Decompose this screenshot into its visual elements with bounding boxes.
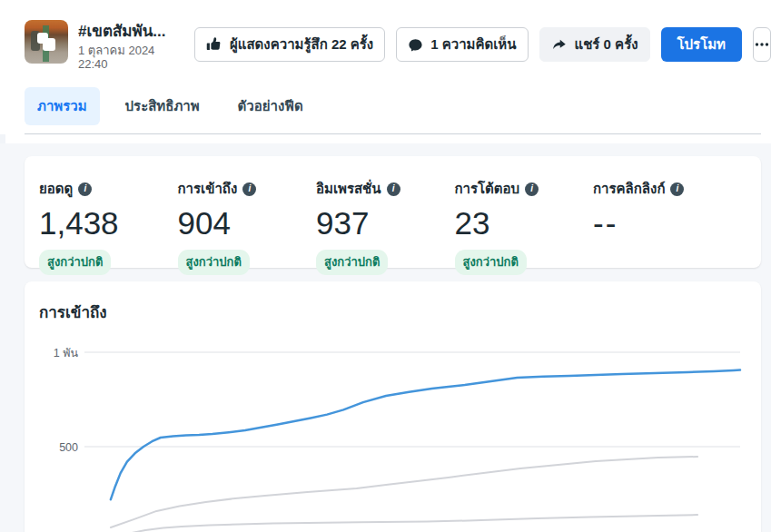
chart-title: การเข้าถึง	[25, 281, 761, 324]
status-badge: สูงกว่าปกติ	[455, 250, 527, 275]
stat-reach-value: 904	[178, 205, 317, 241]
insights-body: ยอดดู i 1,438 สูงกว่าปกติ การเข้าถึง i 9…	[0, 143, 771, 532]
post-header: #เขตสัมพัน... 1 ตุลาคม 2024 22:40 ผู้แสด…	[0, 0, 771, 134]
thumbs-up-icon	[206, 36, 222, 53]
insights-tabs: ภาพรวม ประสิทธิภาพ ตัวอย่างฟีด	[25, 87, 316, 125]
promote-button[interactable]: โปรโมท	[661, 27, 742, 62]
stat-impressions: อิมเพรสชั่น i 937 สูงกว่าปกติ	[316, 178, 455, 268]
tab-feed-preview[interactable]: ตัวอย่างฟีด	[225, 87, 316, 125]
multi-photo-icon	[37, 33, 55, 51]
tab-overview[interactable]: ภาพรวม	[25, 87, 100, 125]
info-icon[interactable]: i	[670, 182, 684, 196]
comments-button[interactable]: 1 ความคิดเห็น	[396, 27, 528, 62]
shares-button[interactable]: แชร์ 0 ครั้ง	[539, 27, 650, 62]
stat-link-clicks: การคลิกลิงก์ i --	[593, 178, 732, 268]
tab-performance[interactable]: ประสิทธิภาพ	[113, 87, 213, 125]
share-icon	[551, 36, 568, 53]
svg-text:1 พัน: 1 พัน	[54, 347, 79, 360]
stat-link-clicks-value: --	[593, 205, 732, 241]
svg-text:500: 500	[59, 441, 78, 454]
stats-card: ยอดดู i 1,438 สูงกว่าปกติ การเข้าถึง i 9…	[25, 156, 761, 268]
status-badge: สูงกว่าปกติ	[316, 250, 388, 275]
stat-interactions: การโต้ตอบ i 23 สูงกว่าปกติ	[455, 178, 594, 268]
tabs-divider	[25, 133, 761, 134]
stat-views-value: 1,438	[39, 205, 178, 241]
post-thumbnail[interactable]	[25, 20, 68, 64]
stat-reach: การเข้าถึง i 904 สูงกว่าปกติ	[178, 178, 317, 268]
info-icon[interactable]: i	[242, 182, 256, 196]
stat-views: ยอดดู i 1,438 สูงกว่าปกติ	[39, 178, 178, 268]
reactions-button[interactable]: ผู้แสดงความรู้สึก 22 ครั้ง	[194, 27, 385, 62]
stat-impressions-value: 937	[316, 205, 455, 241]
reach-chart-svg[interactable]: 1 พัน500	[25, 335, 761, 532]
more-options-button[interactable]	[753, 27, 771, 62]
post-title: #เขตสัมพัน...	[78, 18, 166, 43]
info-icon[interactable]: i	[525, 182, 539, 196]
header-actions: ผู้แสดงความรู้สึก 22 ครั้ง 1 ความคิดเห็น…	[194, 27, 758, 62]
status-badge: สูงกว่าปกติ	[178, 250, 250, 275]
status-badge: สูงกว่าปกติ	[39, 250, 111, 275]
stat-interactions-value: 23	[455, 205, 594, 241]
info-icon[interactable]: i	[78, 182, 92, 196]
reach-chart-card: การเข้าถึง 1 พัน500	[25, 281, 761, 532]
ellipsis-icon	[754, 36, 770, 53]
info-icon[interactable]: i	[387, 182, 400, 196]
post-time: 22:40	[78, 57, 108, 71]
comment-icon	[408, 37, 423, 53]
